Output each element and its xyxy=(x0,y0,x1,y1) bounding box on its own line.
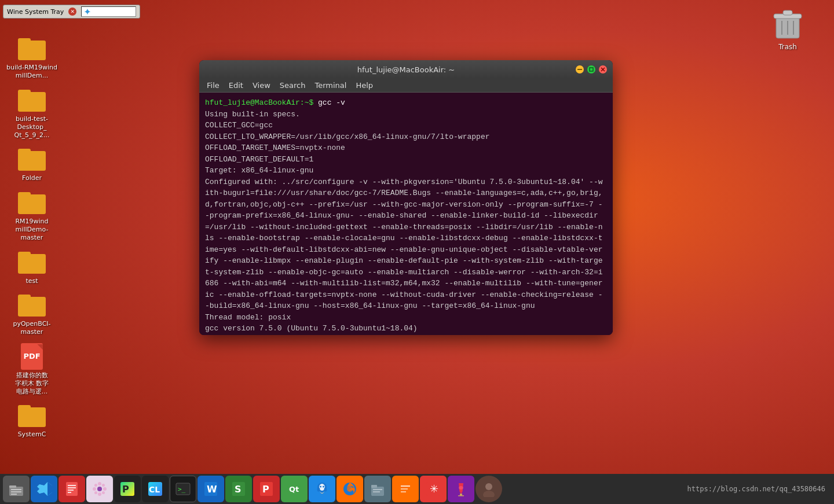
trash-svg xyxy=(769,5,806,42)
desktop-icon-test[interactable]: test xyxy=(3,245,61,288)
desktop-icon-folder[interactable]: Folder xyxy=(3,142,61,185)
taskbar-icon-files[interactable] xyxy=(3,476,30,502)
desktop-icon-label-pdf: 搭建你的数字积木 数字电路与逻... xyxy=(15,371,49,396)
desktop-icon-label-build-rm19: build-RM19windmillDem... xyxy=(6,64,57,80)
desktop-icon-systemc[interactable]: SystemC xyxy=(3,399,61,442)
svg-point-25 xyxy=(98,492,101,496)
svg-text:>_: >_ xyxy=(178,485,186,493)
wine-tray-star: ✦ xyxy=(83,6,91,17)
taskbar-icon-avatar[interactable] xyxy=(475,476,502,502)
trash-icon[interactable]: Trash xyxy=(769,5,806,51)
terminal-menu-terminal[interactable]: Terminal xyxy=(310,79,351,92)
svg-rect-6 xyxy=(577,69,582,70)
terminal-menubar: File Edit View Search Terminal Help xyxy=(199,79,613,93)
desktop-icon-label-pyopenbci: pyOpenBCI-master xyxy=(13,320,50,337)
terminal-maximize-button[interactable] xyxy=(587,65,595,73)
desktop-icon-pdf[interactable]: PDF 搭建你的数字积木 数字电路与逻... xyxy=(3,340,61,399)
svg-text:P: P xyxy=(262,484,269,495)
svg-text:W: W xyxy=(207,484,217,495)
taskbar-icon-wps-writer[interactable]: W xyxy=(197,476,224,502)
svg-point-48 xyxy=(320,486,321,488)
svg-rect-19 xyxy=(68,485,76,486)
taskbar-icon-nautilus[interactable] xyxy=(364,476,391,502)
svg-rect-13 xyxy=(11,491,21,492)
terminal-menu-view[interactable]: View xyxy=(248,79,275,92)
svg-point-49 xyxy=(323,486,324,488)
terminal-minimize-button[interactable] xyxy=(576,65,584,73)
terminal-menu-file[interactable]: File xyxy=(202,79,224,92)
taskbar-icon-sublime[interactable] xyxy=(392,476,419,502)
svg-point-26 xyxy=(93,487,96,491)
svg-point-65 xyxy=(483,491,495,497)
svg-point-30 xyxy=(94,491,97,494)
taskbar-url: https://blog.csdn.net/qq_43580646 xyxy=(687,485,831,493)
svg-point-27 xyxy=(103,487,107,491)
desktop-icon-label-test: test xyxy=(25,277,38,285)
taskbar-icon-wps-spreadsheet[interactable]: S xyxy=(225,476,252,502)
wine-system-tray[interactable]: Wine System Tray ✕ ✦ xyxy=(3,5,140,19)
desktop-icons-container: build-RM19windmillDem... build-test-Desk… xyxy=(3,32,61,442)
desktop-icon-rm19wind[interactable]: RM19windmillDemo-master xyxy=(3,186,61,245)
taskbar-icon-xmind[interactable]: ✳ xyxy=(420,476,447,502)
terminal-body[interactable]: hfut_lujie@MacBookAir:~$ gcc -v Using bu… xyxy=(199,93,613,335)
taskbar-icon-pgadmin[interactable] xyxy=(86,476,113,502)
svg-text:P: P xyxy=(122,484,129,495)
terminal-menu-help[interactable]: Help xyxy=(351,79,378,92)
svg-rect-20 xyxy=(68,487,76,488)
taskbar-icon-text-editor[interactable] xyxy=(58,476,85,502)
svg-rect-11 xyxy=(9,485,16,488)
taskbar-icon-qt-creator[interactable]: Qt xyxy=(281,476,308,502)
svg-text:S: S xyxy=(235,484,242,495)
svg-text:CL: CL xyxy=(149,485,160,494)
taskbar-icon-pycharm[interactable]: P xyxy=(114,476,141,502)
svg-rect-14 xyxy=(11,494,17,495)
taskbar-icon-firefox[interactable] xyxy=(336,476,363,502)
svg-rect-57 xyxy=(373,491,380,492)
desktop-icon-build-rm19[interactable]: build-RM19windmillDem... xyxy=(3,32,61,83)
desktop-icon-label-build-test: build-test-Desktop_Qt_5_9_2... xyxy=(14,115,50,140)
desktop: Wine System Tray ✕ ✦ build-RM19windmillD… xyxy=(0,0,834,504)
desktop-icon-pyopenbci[interactable]: pyOpenBCI-master xyxy=(3,288,61,340)
desktop-icon-label-systemc: SystemC xyxy=(18,431,46,439)
svg-marker-16 xyxy=(47,482,52,496)
svg-rect-56 xyxy=(373,489,382,490)
svg-rect-7 xyxy=(590,68,593,71)
svg-point-64 xyxy=(485,483,492,490)
desktop-icon-label-folder: Folder xyxy=(22,174,42,182)
terminal-titlebar: hfut_lujie@MacBookAir: ~ xyxy=(199,60,613,79)
svg-rect-21 xyxy=(68,490,74,491)
terminal-output-block: Using built-in specs. COLLECT_GCC=gcc CO… xyxy=(205,109,607,334)
svg-rect-18 xyxy=(66,482,78,496)
svg-point-63 xyxy=(459,486,463,490)
svg-point-29 xyxy=(102,484,105,487)
svg-point-51 xyxy=(324,488,327,492)
wine-tray-close-button[interactable]: ✕ xyxy=(68,8,76,16)
wine-tray-label: Wine System Tray xyxy=(7,8,64,16)
terminal-title: hfut_lujie@MacBookAir: ~ xyxy=(357,65,455,74)
taskbar-icon-qq[interactable] xyxy=(309,476,335,502)
svg-point-28 xyxy=(94,484,97,487)
svg-rect-22 xyxy=(68,492,71,493)
svg-rect-55 xyxy=(371,485,377,488)
svg-point-53 xyxy=(347,486,353,492)
taskbar-icon-wps-presentation[interactable]: P xyxy=(253,476,280,502)
terminal-window: hfut_lujie@MacBookAir: ~ File Edit View … xyxy=(199,60,613,335)
svg-point-23 xyxy=(97,487,102,491)
svg-point-24 xyxy=(98,482,101,485)
taskbar-icon-clion[interactable]: CL xyxy=(142,476,169,502)
trash-label: Trash xyxy=(778,43,797,51)
taskbar-icon-vscode[interactable] xyxy=(31,476,57,502)
desktop-icon-build-test[interactable]: build-test-Desktop_Qt_5_9_2... xyxy=(3,83,61,143)
terminal-window-controls xyxy=(576,65,607,73)
svg-point-50 xyxy=(317,488,320,492)
terminal-menu-edit[interactable]: Edit xyxy=(224,79,248,92)
terminal-close-button[interactable] xyxy=(599,65,607,73)
desktop-icon-label-rm19wind: RM19windmillDemo-master xyxy=(15,218,48,242)
taskbar-icon-wine[interactable] xyxy=(448,476,474,502)
taskbar: P CL >_ xyxy=(0,474,834,504)
svg-rect-2 xyxy=(783,10,792,15)
svg-text:Qt: Qt xyxy=(289,485,299,494)
svg-rect-62 xyxy=(458,495,464,496)
terminal-menu-search[interactable]: Search xyxy=(275,79,310,92)
taskbar-icon-terminal[interactable]: >_ xyxy=(170,476,196,502)
